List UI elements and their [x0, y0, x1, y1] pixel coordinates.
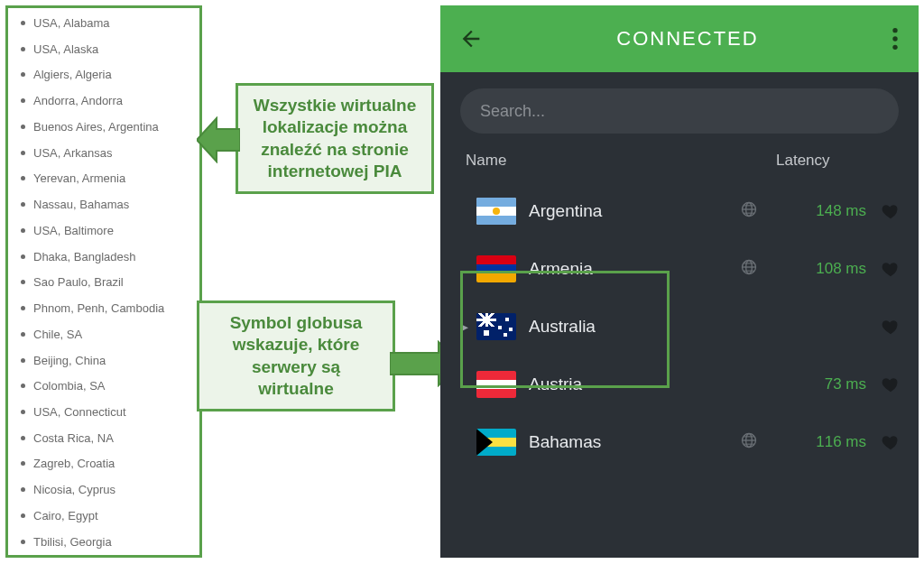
back-arrow-icon [458, 26, 484, 51]
favorite-button[interactable] [881, 374, 901, 394]
globe-icon [740, 431, 758, 449]
callout-text: Wszystkie wirtualne lokalizacje można zn… [254, 96, 417, 180]
server-name: Bahamas [529, 432, 740, 452]
location-item: Nassau, Bahamas [21, 197, 192, 213]
server-latency: 148 ms [794, 202, 866, 220]
server-row-armenia[interactable]: Armenia108 ms [440, 240, 919, 298]
search-placeholder: Search... [480, 102, 545, 121]
callout-website-locations: Wszystkie wirtualne lokalizacje można zn… [236, 83, 434, 194]
flag-bahamas [476, 429, 516, 456]
expand-caret[interactable]: ▸ [457, 319, 473, 334]
heart-icon [881, 201, 901, 221]
server-name: Armenia [529, 259, 740, 279]
vertical-dots-icon [892, 26, 899, 51]
location-item: Sao Paulo, Brazil [21, 274, 192, 291]
pia-app-window: CONNECTED Search... Name Latency Argenti… [440, 5, 919, 558]
location-item: Yerevan, Armenia [21, 171, 192, 187]
column-headers: Name Latency [440, 146, 919, 182]
server-row-bahamas[interactable]: Bahamas116 ms [440, 413, 919, 471]
location-item: Andorra, Andorra [21, 93, 192, 109]
flag-armenia [476, 255, 516, 282]
heart-icon [881, 317, 901, 337]
globe-icon [740, 258, 758, 276]
location-item: Colombia, SA [21, 378, 192, 394]
virtual-locations-list: USA, AlabamaUSA, AlaskaAlgiers, AlgeriaA… [21, 15, 192, 550]
heart-icon [881, 432, 901, 452]
heart-icon [881, 374, 901, 394]
location-item: Phnom, Penh, Cambodia [21, 300, 192, 317]
server-latency: 73 ms [794, 375, 866, 393]
location-item: Dhaka, Bangladesh [21, 249, 192, 265]
favorite-button[interactable] [881, 432, 901, 452]
server-row-australia[interactable]: ▸Australia [440, 298, 919, 356]
flag-argentina [476, 198, 516, 225]
virtual-locations-list-panel: USA, AlabamaUSA, AlaskaAlgiers, AlgeriaA… [5, 5, 202, 558]
menu-button[interactable] [892, 26, 899, 51]
location-item: Nicosia, Cyprus [21, 482, 192, 498]
server-name: Australia [529, 317, 740, 337]
location-item: Cairo, Egypt [21, 508, 192, 524]
virtual-indicator [740, 431, 758, 453]
search-wrap: Search... [440, 72, 919, 146]
column-latency-header: Latency [776, 152, 893, 170]
location-item: USA, Connecticut [21, 404, 192, 421]
app-header: CONNECTED [440, 5, 919, 72]
heart-icon [881, 259, 901, 279]
location-item: Algiers, Algeria [21, 67, 192, 83]
svg-point-4 [892, 45, 897, 50]
svg-point-3 [892, 36, 897, 41]
location-item: USA, Alaska [21, 42, 192, 58]
flag-austria [476, 371, 516, 398]
favorite-button[interactable] [881, 201, 901, 221]
server-latency: 116 ms [794, 433, 866, 451]
arrow-left-icon [197, 116, 240, 163]
virtual-indicator [740, 258, 758, 280]
location-item: Tbilisi, Georgia [21, 534, 192, 550]
location-item: Buenos Aires, Argentina [21, 119, 192, 135]
favorite-button[interactable] [881, 259, 901, 279]
svg-marker-0 [197, 118, 240, 162]
server-name: Argentina [529, 201, 740, 221]
location-item: Zagreb, Croatia [21, 456, 192, 472]
location-item: Chile, SA [21, 327, 192, 343]
server-row-austria[interactable]: Austria73 ms [440, 356, 919, 413]
flag-australia [476, 313, 516, 340]
favorite-button[interactable] [881, 317, 901, 337]
callout-globe-symbol: Symbol globusa wskazuje, które serwery s… [197, 300, 395, 411]
location-item: Beijing, China [21, 353, 192, 369]
server-name: Austria [529, 374, 740, 394]
connection-status: CONNECTED [484, 27, 892, 51]
server-row-argentina[interactable]: Argentina148 ms [440, 182, 919, 240]
server-latency: 108 ms [794, 260, 866, 278]
location-item: Costa Rica, NA [21, 430, 192, 447]
back-button[interactable] [458, 26, 484, 51]
location-item: USA, Baltimore [21, 223, 192, 239]
search-input[interactable]: Search... [460, 88, 899, 134]
column-name-header: Name [466, 152, 776, 170]
location-item: USA, Alabama [21, 15, 192, 32]
server-list: Argentina148 msArmenia108 ms▸AustraliaAu… [440, 182, 919, 558]
location-item: USA, Arkansas [21, 145, 192, 162]
globe-icon [740, 200, 758, 218]
callout-text: Symbol globusa wskazuje, które serwery s… [230, 313, 363, 398]
virtual-indicator [740, 200, 758, 222]
svg-point-2 [892, 28, 897, 32]
